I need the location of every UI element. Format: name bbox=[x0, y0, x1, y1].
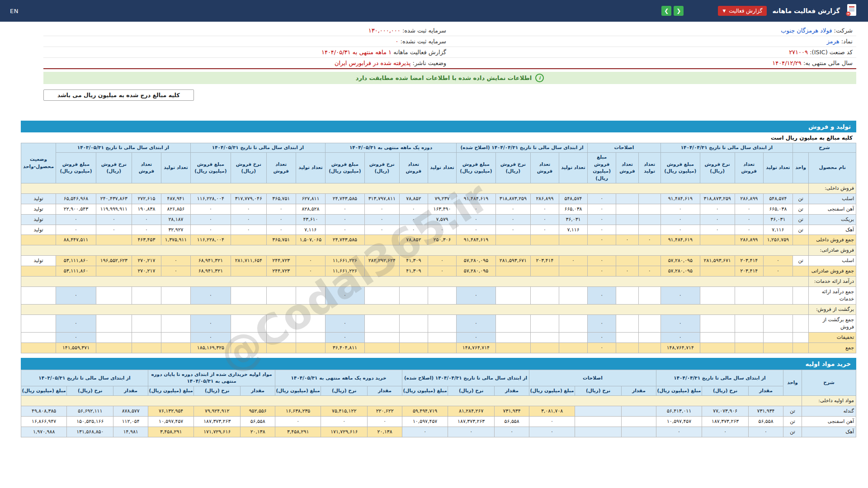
data-cell bbox=[296, 332, 325, 343]
data-cell bbox=[296, 314, 325, 332]
data-cell bbox=[96, 332, 132, 343]
report-type-label: گزارش فعالیت bbox=[729, 8, 762, 14]
data-cell: ۲۰۳,۴۱۴ bbox=[530, 256, 559, 266]
company-info-row: نماد: هرمزسرمایه ثبت نشده: ۰ bbox=[43, 36, 856, 47]
data-cell bbox=[638, 332, 660, 343]
data-cell bbox=[296, 287, 325, 305]
data-cell: ۰ bbox=[275, 416, 321, 427]
data-cell: ۲۸۲,۲۹۲,۶۲۴ bbox=[364, 256, 399, 266]
data-cell: ۸۷۸,۵۷۷ bbox=[113, 406, 148, 416]
previous-report-button[interactable]: ❮ bbox=[674, 6, 684, 16]
data-cell bbox=[763, 287, 793, 305]
data-cell: ۰ bbox=[660, 332, 700, 343]
column-group-header: وضعیت محصول-واحد bbox=[21, 143, 56, 183]
data-cell: ۰ bbox=[529, 416, 575, 427]
data-cell bbox=[559, 314, 587, 332]
next-report-button[interactable]: ❯ bbox=[661, 6, 671, 16]
data-cell: ۰ bbox=[296, 256, 325, 266]
data-cell: ۰ bbox=[530, 214, 559, 225]
data-cell bbox=[616, 193, 638, 204]
data-cell bbox=[161, 287, 190, 305]
data-cell: ۰ bbox=[530, 225, 559, 235]
column-header: تعداد تولید bbox=[763, 152, 793, 183]
column-header: نرخ فروش (ریال) bbox=[96, 152, 132, 183]
production-sales-table: شرحاز ابتدای سال مالی تا تاریخ ۱۴۰۴/۰۴/۳… bbox=[21, 143, 856, 353]
data-cell: ۰ bbox=[132, 214, 161, 225]
data-cell: ۶۲۷,۸۱۱ bbox=[296, 193, 325, 204]
data-cell: ۰ bbox=[763, 266, 793, 277]
table-row: جمع۱۴۸,۷۶۴,۷۱۴۰۱۴۸,۷۶۴,۷۱۴۳۶,۴۰۴,۸۱۱۱۸۵,… bbox=[21, 343, 856, 353]
row-label-cell: جمع bbox=[809, 343, 856, 353]
data-cell: ۰ bbox=[616, 235, 638, 245]
data-cell: ۳۶,۰۳۱ bbox=[763, 214, 793, 225]
production-sales-title-text: تولید و فروش bbox=[808, 123, 851, 130]
data-cell: ۲۰,۱۳۸ bbox=[241, 427, 275, 437]
data-cell: ۰ bbox=[132, 225, 161, 235]
data-cell: تولید bbox=[21, 256, 56, 266]
data-cell: ۲۴۰,۴۳۷,۸۶۳ bbox=[96, 193, 132, 204]
data-cell: ۶۶۵,۰۳۸ bbox=[763, 204, 793, 214]
data-cell: ۰ bbox=[448, 427, 495, 437]
data-cell bbox=[21, 287, 56, 305]
column-group-header: مواد اولیه خریداری شده از ابتدای دوره تا… bbox=[148, 370, 275, 386]
data-cell bbox=[231, 332, 266, 343]
data-cell: ۰ bbox=[56, 314, 96, 332]
column-header: تعداد فروش bbox=[735, 152, 763, 183]
data-cell: ۰ bbox=[457, 314, 496, 332]
data-cell: ۰ bbox=[588, 266, 616, 277]
data-cell bbox=[96, 235, 132, 245]
data-cell: ۱۱,۶۶۱,۲۲۶ bbox=[325, 266, 364, 277]
data-cell: ۰ bbox=[56, 332, 96, 343]
data-cell: ۶۶۵,۰۳۸ bbox=[559, 204, 587, 214]
data-cell: ۰ bbox=[191, 214, 231, 225]
data-cell: ۳۶۵,۷۵۱ bbox=[266, 193, 296, 204]
column-header: نرخ (ریال) bbox=[702, 386, 749, 396]
data-cell: ۰ bbox=[559, 256, 587, 266]
table-row: بریکتتن۳۶,۰۳۱۰۰۰۰۳۶,۰۳۱۰۰۰۷,۵۷۹۰۰۰۴۳,۶۱۰… bbox=[21, 214, 856, 225]
info-label: کد صنعت (ISIC): bbox=[808, 49, 853, 56]
top-navbar: گزارش فعالیت ماهانه گزارش فعالیت ▼ ❮ ❯ E… bbox=[0, 0, 868, 22]
data-cell bbox=[132, 287, 161, 305]
data-cell bbox=[231, 266, 266, 277]
info-label: وضعیت ناشر: bbox=[410, 60, 446, 66]
data-cell bbox=[96, 266, 132, 277]
report-type-dropdown[interactable]: گزارش فعالیت ▼ bbox=[718, 6, 767, 16]
data-cell: ۱۰,۵۹۷,۴۵۷ bbox=[148, 416, 194, 427]
data-cell: ۰ bbox=[191, 204, 231, 214]
company-info-link[interactable]: فولاد هرمزگان جنوب bbox=[781, 27, 832, 34]
section-title-raw-materials: خرید مواد اولیه bbox=[21, 358, 856, 370]
column-header: واحد bbox=[793, 152, 809, 183]
data-cell: ۰ bbox=[638, 266, 660, 277]
data-cell bbox=[266, 314, 296, 332]
language-toggle[interactable]: EN bbox=[10, 8, 19, 14]
data-cell: ۲۲۰,۶۲۲ bbox=[368, 406, 402, 416]
table-row: جمع فروش صادراتی۰۲۰۳,۴۱۴۵۷,۲۸۰,۰۹۵۰۰۰۵۷,… bbox=[21, 266, 856, 277]
column-header: مقدار bbox=[241, 386, 275, 396]
row-label-cell: بریکت bbox=[809, 214, 856, 225]
data-cell: تن bbox=[793, 193, 809, 204]
data-cell: ۵۳,۱۱۱,۸۶۰ bbox=[56, 266, 96, 277]
data-cell: ۰ bbox=[325, 287, 364, 305]
data-cell: ۰ bbox=[191, 332, 231, 343]
data-cell bbox=[530, 266, 559, 277]
amounts-note-wrap: کلیه مبالغ درج شده به میلیون ریال می باش… bbox=[43, 89, 856, 101]
data-cell bbox=[622, 427, 656, 437]
data-cell: تولید bbox=[21, 214, 56, 225]
company-info-row: سال مالی منتهی به: ۱۴۰۴/۱۲/۲۹وضعیت ناشر:… bbox=[43, 58, 856, 69]
data-cell: ۲۷۲,۶۱۵ bbox=[132, 193, 161, 204]
data-cell bbox=[638, 225, 660, 235]
column-group-header: از ابتدای سال مالی تا تاریخ ۱۴۰۴/۰۴/۳۱ bbox=[660, 143, 793, 153]
data-cell: تن bbox=[783, 406, 802, 416]
column-header: تعداد فروش bbox=[399, 152, 428, 183]
data-cell bbox=[428, 332, 456, 343]
data-cell: ۴۹,۸۰۸,۳۸۵ bbox=[21, 406, 67, 416]
company-info-link[interactable]: هرمز bbox=[826, 38, 839, 45]
data-cell bbox=[231, 287, 266, 305]
data-cell bbox=[132, 343, 161, 353]
data-cell bbox=[638, 287, 660, 305]
column-header: نرخ (ریال) bbox=[321, 386, 368, 396]
table-row: آهکتن۷,۱۱۶۰۰۰۰۷,۱۱۶۰۰۰۰۰۰۰۷,۱۱۶۰۰۰۳۲,۹۲۷… bbox=[21, 225, 856, 235]
data-cell: ۱۶,۸۶۶,۹۴۷ bbox=[21, 416, 67, 427]
column-header: نرخ (ریال) bbox=[448, 386, 495, 396]
data-cell: ۵۶,۵۵۸ bbox=[749, 416, 783, 427]
